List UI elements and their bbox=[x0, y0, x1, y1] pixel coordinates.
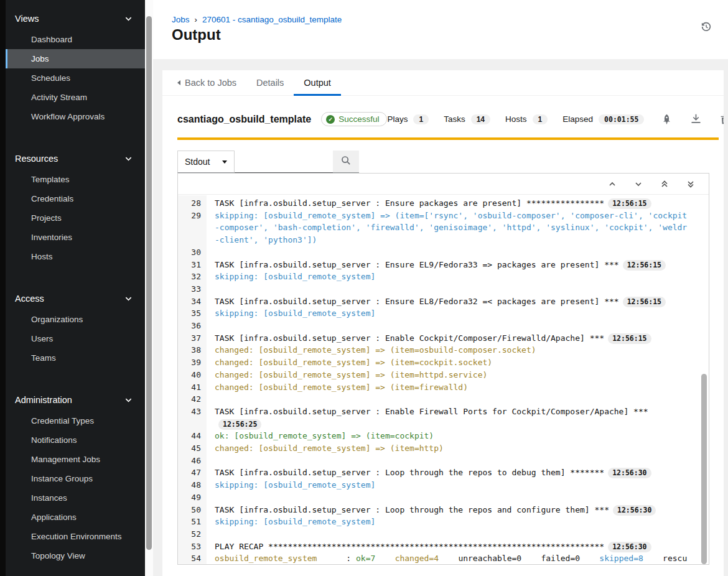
sidebar-item-templates[interactable]: Templates bbox=[6, 170, 145, 189]
sidebar-item-projects[interactable]: Projects bbox=[6, 208, 145, 228]
trash-icon[interactable] bbox=[720, 114, 724, 124]
console-panel: 28TASK [infra.osbuild.setup_server : Ens… bbox=[177, 173, 709, 565]
console-text-segment: TASK [infra.osbuild.setup_server : Ensur… bbox=[215, 260, 619, 269]
sidebar-item-applications[interactable]: Applications bbox=[6, 508, 145, 527]
console-text-segment: changed: [osbuild_remote_system] => (ite… bbox=[215, 358, 492, 367]
console-line: 35skipping: [osbuild_remote_system] bbox=[178, 307, 709, 320]
stat-value-badge: 00:01:55 bbox=[599, 114, 644, 124]
console-line: 33 bbox=[178, 283, 709, 295]
sidebar-item-notifications[interactable]: Notifications bbox=[6, 430, 145, 450]
timestamp-badge: 12:56:15 bbox=[608, 333, 651, 344]
line-number: 48 bbox=[178, 479, 207, 491]
search-button[interactable] bbox=[333, 151, 359, 173]
console-text-segment: skipped=8 bbox=[599, 554, 643, 563]
tab-details[interactable]: Details bbox=[246, 70, 294, 95]
console-line: 49 bbox=[178, 491, 709, 504]
console-text-segment: TASK [infra.osbuild.setup_server : Loop … bbox=[215, 468, 604, 477]
search-input[interactable] bbox=[235, 151, 333, 173]
angle-double-down-icon[interactable] bbox=[686, 180, 695, 188]
sidebar-item-activity-stream[interactable]: Activity Stream bbox=[6, 88, 145, 107]
tab-back-to-jobs[interactable]: Back to Jobs bbox=[167, 70, 246, 95]
check-circle-icon: ✓ bbox=[326, 115, 335, 124]
job-stats: Plays1Tasks14Hosts1Elapsed00:01:55 bbox=[387, 114, 644, 124]
console-text-segment: skipping: [osbuild_remote_system] => (it… bbox=[215, 211, 687, 244]
job-name: csantiago_osbuild_template bbox=[177, 114, 311, 125]
line-number: 30 bbox=[178, 246, 207, 259]
sidebar-item-users[interactable]: Users bbox=[6, 329, 145, 348]
chevron-down-icon bbox=[124, 396, 133, 404]
tab-bar: Back to JobsDetailsOutput bbox=[162, 70, 724, 96]
timestamp-badge: 12:56:30 bbox=[608, 468, 651, 478]
sidebar-item-hosts[interactable]: Hosts bbox=[6, 247, 145, 266]
sidebar-item-credentials[interactable]: Credentials bbox=[6, 189, 145, 208]
stdout-filter-select[interactable]: Stdout bbox=[177, 151, 235, 173]
line-number: 44 bbox=[178, 430, 207, 442]
history-icon[interactable] bbox=[701, 21, 712, 34]
line-number: 38 bbox=[178, 344, 207, 356]
sidebar-item-management-jobs[interactable]: Management Jobs bbox=[6, 450, 145, 469]
sidebar-scrollbar-thumb[interactable] bbox=[146, 16, 152, 550]
console-line: 31TASK [infra.osbuild.setup_server : Ens… bbox=[178, 259, 709, 271]
console-line: 32skipping: [osbuild_remote_system] bbox=[178, 271, 709, 283]
sidebar-item-workflow-approvals[interactable]: Workflow Approvals bbox=[6, 107, 145, 126]
angle-down-icon[interactable] bbox=[634, 180, 643, 188]
line-number: 51 bbox=[178, 516, 207, 528]
sidebar-section-views: ViewsDashboardJobsSchedulesActivity Stre… bbox=[6, 0, 145, 126]
line-content: changed: [osbuild_remote_system] => (ite… bbox=[207, 369, 709, 381]
console-scrollbar-thumb[interactable] bbox=[701, 374, 707, 564]
console-line: 50TASK [infra.osbuild.setup_server : Loo… bbox=[178, 504, 709, 516]
sidebar-section-toggle-administration[interactable]: Administration bbox=[6, 391, 145, 411]
timestamp-badge: 12:56:30 bbox=[608, 542, 651, 552]
sidebar-item-credential-types[interactable]: Credential Types bbox=[6, 411, 145, 430]
status-badge[interactable]: ✓ Successful bbox=[321, 112, 387, 126]
download-icon[interactable] bbox=[691, 114, 701, 124]
console-line: 34TASK [infra.osbuild.setup_server : Ens… bbox=[178, 295, 709, 308]
line-number: 43 bbox=[178, 406, 207, 430]
console-line: 38changed: [osbuild_remote_system] => (i… bbox=[178, 344, 709, 356]
tab-output[interactable]: Output bbox=[294, 70, 341, 95]
rocket-icon[interactable] bbox=[661, 114, 672, 124]
sidebar-scrollbar[interactable] bbox=[145, 0, 153, 576]
sidebar-item-organizations[interactable]: Organizations bbox=[6, 310, 145, 329]
line-content bbox=[207, 246, 709, 259]
console-line: 46 bbox=[178, 455, 709, 467]
line-content: TASK [infra.osbuild.setup_server : Ensur… bbox=[207, 259, 709, 271]
angle-double-up-icon[interactable] bbox=[660, 180, 669, 188]
main-area: Jobs › 270601 - csantiago_osbuild_templa… bbox=[153, 0, 728, 576]
stat-plays: Plays1 bbox=[387, 114, 429, 124]
sidebar-item-topology-view[interactable]: Topology View bbox=[6, 546, 145, 565]
console-text-segment: TASK [infra.osbuild.setup_server : Loop … bbox=[215, 505, 609, 514]
breadcrumb-job-link[interactable]: 270601 - csantiago_osbuild_template bbox=[202, 15, 342, 24]
stat-elapsed: Elapsed00:01:55 bbox=[562, 114, 644, 124]
sidebar-item-schedules[interactable]: Schedules bbox=[6, 68, 145, 88]
sidebar-section-toggle-access[interactable]: Access bbox=[6, 290, 145, 310]
sidebar-section-administration: AdministrationCredential TypesNotificati… bbox=[6, 381, 145, 565]
line-content: TASK [infra.osbuild.setup_server : Enabl… bbox=[207, 406, 709, 430]
sidebar-item-instances[interactable]: Instances bbox=[6, 488, 145, 508]
sidebar-section-toggle-views[interactable]: Views bbox=[6, 10, 145, 30]
console-line: 39changed: [osbuild_remote_system] => (i… bbox=[178, 356, 709, 369]
breadcrumb-jobs-link[interactable]: Jobs bbox=[172, 15, 190, 24]
sidebar-item-inventories[interactable]: Inventories bbox=[6, 228, 145, 247]
sidebar-item-execution-environments[interactable]: Execution Environments bbox=[6, 527, 145, 546]
timestamp-badge: 12:56:15 bbox=[623, 260, 666, 271]
output-filter-row: Stdout bbox=[177, 151, 724, 173]
line-number: 52 bbox=[178, 528, 207, 541]
search-icon bbox=[341, 156, 351, 167]
line-number: 49 bbox=[178, 491, 207, 504]
sidebar-item-instance-groups[interactable]: Instance Groups bbox=[6, 469, 145, 488]
line-content bbox=[207, 283, 709, 295]
sidebar-item-teams[interactable]: Teams bbox=[6, 348, 145, 368]
console-line: 51skipping: [osbuild_remote_system] bbox=[178, 516, 709, 528]
sidebar-item-dashboard[interactable]: Dashboard bbox=[6, 30, 145, 49]
sidebar-item-jobs[interactable]: Jobs bbox=[6, 49, 145, 68]
console-text-segment: changed: [osbuild_remote_system] => (ite… bbox=[215, 383, 468, 392]
console-line: 30 bbox=[178, 246, 709, 259]
angle-up-icon[interactable] bbox=[608, 180, 617, 188]
stdout-filter-label: Stdout bbox=[185, 157, 210, 167]
stat-label: Hosts bbox=[505, 114, 527, 124]
line-number: 31 bbox=[178, 259, 207, 271]
sidebar-section-toggle-resources[interactable]: Resources bbox=[6, 150, 145, 170]
page-title: Output bbox=[172, 26, 221, 44]
section-label: Resources bbox=[15, 154, 58, 164]
